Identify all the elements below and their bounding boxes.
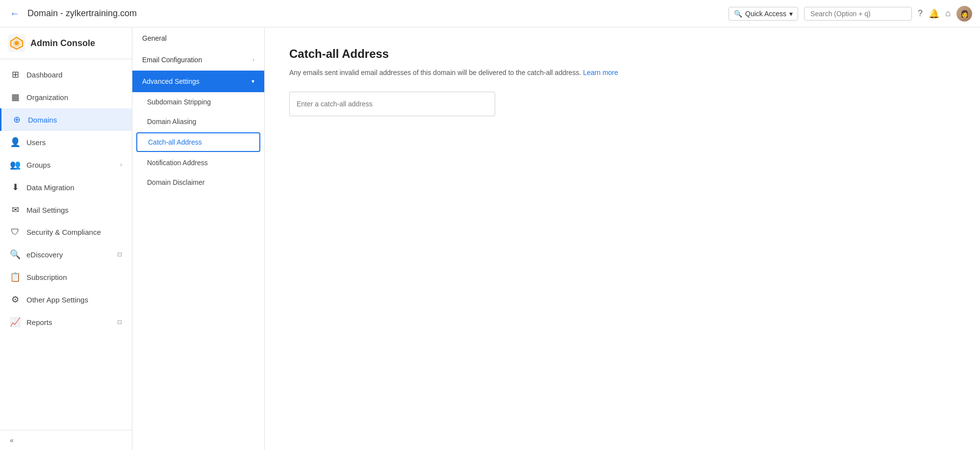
sidebar-item-dashboard[interactable]: ⊞ Dashboard [0,63,132,86]
secondary-sub-label: Domain Disclaimer [147,178,204,186]
sidebar-item-label: Organization [26,93,68,101]
external-link-icon: ⊡ [117,319,122,325]
svg-point-1 [15,41,19,45]
secondary-sub-label: Subdomain Stripping [147,98,211,106]
sidebar-item-label: Users [26,138,46,147]
secondary-sub-domain-aliasing[interactable]: Domain Aliasing [132,112,264,131]
chevron-right-icon: › [252,56,254,63]
sidebar-item-users[interactable]: 👤 Users [0,131,132,153]
secondary-nav-email-config[interactable]: Email Configuration › [132,49,264,71]
chevron-right-icon: › [120,161,122,168]
secondary-nav-label: General [142,34,167,42]
sidebar-item-label: Other App Settings [26,296,88,304]
mail-icon: ✉ [10,204,21,215]
sidebar-item-label: Reports [26,318,52,326]
sidebar-item-mail-settings[interactable]: ✉ Mail Settings [0,199,132,221]
sidebar-item-label: Groups [26,161,50,169]
secondary-sub-domain-disclaimer[interactable]: Domain Disclaimer [132,173,264,192]
sidebar-item-domains[interactable]: ⊕ Domains [0,108,132,131]
home-icon[interactable]: ⌂ [945,8,951,19]
dashboard-icon: ⊞ [10,69,21,80]
header-right: 🔍 Quick Access ▾ ? 🔔 ⌂ 👩 [729,6,972,22]
page-title: Catch-all Address [289,47,955,61]
domains-icon: ⊕ [11,114,22,125]
sidebar-item-label: Data Migration [26,183,75,192]
collapse-icon: « [10,436,14,444]
organization-icon: ▦ [10,92,21,102]
secondary-sidebar: General Email Configuration › Advanced S… [132,27,265,450]
sidebar-item-label: eDiscovery [26,250,63,259]
sidebar-item-label: Security & Compliance [26,228,101,236]
sidebar-item-organization[interactable]: ▦ Organization [0,86,132,108]
sidebar-logo: Admin Console [0,27,132,59]
groups-icon: 👥 [10,159,21,170]
sidebar-item-label: Domains [28,116,57,124]
sidebar-item-label: Dashboard [26,71,62,79]
sidebar-item-reports[interactable]: 📈 Reports ⊡ [0,311,132,333]
sidebar-item-ediscovery[interactable]: 🔍 eDiscovery ⊡ [0,243,132,266]
external-link-icon: ⊡ [117,251,122,258]
content-area: Catch-all Address Any emails sent invali… [265,27,980,450]
sidebar-item-label: Subscription [26,273,67,281]
chevron-down-icon: ▾ [251,78,254,85]
secondary-nav-advanced-settings[interactable]: Advanced Settings ▾ [132,71,264,92]
quick-access-button[interactable]: 🔍 Quick Access ▾ [729,7,798,21]
sidebar-item-data-migration[interactable]: ⬇ Data Migration [0,176,132,199]
top-header: ← Domain - zylkertraining.com 🔍 Quick Ac… [0,0,980,27]
sidebar-collapse-button[interactable]: « [0,430,132,450]
left-sidebar: Admin Console ⊞ Dashboard ▦ Organization… [0,27,132,450]
secondary-sub-notification-address[interactable]: Notification Address [132,153,264,173]
quick-access-label: Quick Access [745,10,786,18]
back-button[interactable]: ← [8,6,22,21]
sidebar-app-name: Admin Console [30,38,95,49]
sidebar-item-groups[interactable]: 👥 Groups › [0,153,132,176]
sidebar-item-label: Mail Settings [26,206,69,214]
subscription-icon: 📋 [10,272,21,282]
content-description: Any emails sent invalid email addresses … [289,68,955,78]
secondary-sub-catch-all[interactable]: Catch-all Address [136,132,260,152]
sidebar-item-subscription[interactable]: 📋 Subscription [0,266,132,288]
settings-icon: ⚙ [10,294,21,305]
sidebar-item-security[interactable]: 🛡 Security & Compliance [0,221,132,243]
secondary-nav-general[interactable]: General [132,27,264,49]
search-input[interactable] [804,7,912,21]
data-migration-icon: ⬇ [10,182,21,193]
main-layout: Admin Console ⊞ Dashboard ▦ Organization… [0,27,980,450]
ediscovery-icon: 🔍 [10,249,21,260]
users-icon: 👤 [10,137,21,148]
notification-icon[interactable]: 🔔 [929,8,939,19]
avatar[interactable]: 👩 [956,6,972,22]
help-icon[interactable]: ? [918,8,923,19]
secondary-sub-label: Notification Address [147,159,208,167]
sidebar-item-other-app[interactable]: ⚙ Other App Settings [0,288,132,311]
domain-title: Domain - zylkertraining.com [27,8,137,19]
shield-icon: 🛡 [10,227,21,237]
secondary-sub-label: Catch-all Address [148,138,202,146]
secondary-sub-subdomain-stripping[interactable]: Subdomain Stripping [132,92,264,112]
learn-more-link[interactable]: Learn more [583,69,618,76]
sidebar-nav: ⊞ Dashboard ▦ Organization ⊕ Domains 👤 U… [0,59,132,430]
secondary-nav-label: Advanced Settings [142,77,200,85]
chevron-down-icon: ▾ [789,10,793,18]
search-icon: 🔍 [734,10,742,18]
logo-icon [8,34,25,52]
reports-icon: 📈 [10,317,21,327]
secondary-sub-label: Domain Aliasing [147,118,196,125]
catch-all-address-input[interactable] [289,92,495,116]
secondary-nav-label: Email Configuration [142,56,202,64]
